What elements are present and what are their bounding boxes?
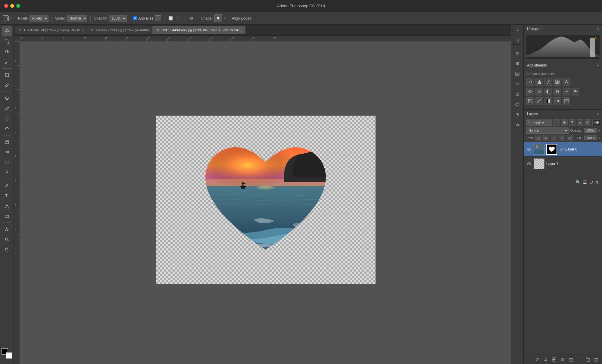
histogram-header[interactable]: Histogram ≡ (524, 25, 602, 33)
mid-panel-adjustments[interactable] (513, 59, 522, 68)
adj-levels-icon[interactable] (535, 78, 543, 86)
traffic-lights[interactable] (4, 4, 20, 8)
tab-close-dscf5449[interactable]: ✕ (155, 28, 160, 32)
histogram-menu-icon[interactable]: ≡ (597, 27, 599, 31)
adj-brightness-icon[interactable] (526, 78, 534, 86)
tool-pen[interactable] (2, 181, 12, 190)
tab-close-dscf5045[interactable]: ✕ (18, 28, 22, 32)
tab-close-cord[interactable]: ✕ (90, 28, 95, 32)
canvas-container[interactable]: -5 0 5 10 15 20 25 30 35 (14, 36, 511, 364)
layer-link-btn[interactable] (534, 356, 541, 363)
opacity-select[interactable]: 100% (109, 15, 127, 22)
layers-menu-icon[interactable]: ≡ (597, 112, 599, 116)
tool-hand[interactable] (2, 224, 12, 234)
fill-value[interactable]: 100% (584, 135, 597, 140)
workspace-icon[interactable]: ⬡ (589, 180, 593, 185)
layer-mask-btn[interactable] (551, 356, 557, 363)
maximize-button[interactable] (16, 4, 20, 8)
tool-move[interactable] (2, 26, 12, 36)
adj-channelmix-icon[interactable] (563, 88, 570, 95)
tool-blur[interactable] (2, 157, 12, 167)
layers-filter-box[interactable]: Kind (526, 120, 552, 126)
filter-smart-icon[interactable] (585, 119, 591, 126)
filter-adjust-icon[interactable] (561, 119, 568, 126)
tab-cord[interactable]: ✕ cord-2727238.jpg @ 25% (RGB/8#) (87, 26, 152, 34)
tool-marquee[interactable] (2, 37, 12, 46)
layer-group-btn[interactable] (568, 356, 574, 363)
lock-artboard-btn[interactable] (559, 135, 565, 141)
filter-pixel-icon[interactable] (553, 119, 560, 126)
layer-item-1[interactable]: Layer 1 (524, 157, 602, 171)
mid-panel-layers[interactable] (513, 69, 522, 78)
adj-gradmap-icon[interactable] (554, 97, 561, 105)
adj-selective-icon[interactable] (563, 97, 570, 105)
layer-adj-btn[interactable] (559, 356, 566, 363)
lock-image-btn[interactable] (543, 135, 549, 141)
adj-bw-icon[interactable] (544, 88, 552, 95)
antialias-checkbox[interactable] (133, 16, 137, 20)
filter-type-icon[interactable]: T (569, 119, 575, 126)
minimize-button[interactable] (10, 4, 14, 8)
expand-icon[interactable]: ⇕ (595, 180, 599, 185)
distribute-icon[interactable]: ⬛ (175, 15, 182, 22)
filter-toggle-icon[interactable] (592, 119, 600, 126)
layers-mode-select[interactable]: Normal (526, 127, 569, 134)
tab-dscf5449[interactable]: ✕ DSCF5449-Pano.jpg @ 33,3% (Layer 0, La… (152, 26, 245, 34)
layer-item-0[interactable]: 🔗 Layer 0 (524, 142, 602, 157)
lock-position-btn[interactable] (551, 135, 557, 141)
adj-colorlookup-icon[interactable] (572, 88, 579, 95)
tool-crop[interactable] (2, 70, 12, 80)
tool-path-selection[interactable] (2, 201, 12, 211)
mid-panel-properties[interactable] (513, 49, 522, 58)
gear-icon[interactable]: ⚙ (188, 15, 195, 22)
tool-dodge[interactable] (2, 168, 12, 177)
antialias-label[interactable]: Anti-alias (133, 16, 153, 20)
adjustments-header[interactable]: Adjustments ≡ (524, 61, 602, 70)
panel-close-button[interactable]: ✕ (513, 26, 522, 35)
panel-expand-button[interactable]: ⟨⟩ (513, 36, 522, 45)
mid-panel-info[interactable]: i (513, 90, 522, 99)
align-left-icon[interactable]: ⬜ (167, 15, 174, 22)
panel-toggle-icon[interactable]: ☰ (583, 180, 587, 185)
mid-panel-channels[interactable] (513, 79, 522, 89)
close-button[interactable] (4, 4, 8, 8)
tab-dscf5045[interactable]: ✕ DSCF5045.tif @ 25% (Layer 4, RGB/16) (15, 26, 87, 34)
tool-healing[interactable] (2, 93, 12, 103)
background-color[interactable] (6, 352, 12, 359)
tool-brush[interactable] (2, 104, 12, 113)
mode-select[interactable]: Normal (67, 15, 87, 22)
shape-picker[interactable]: ♥ (214, 14, 222, 22)
adj-photofilter-icon[interactable] (554, 88, 561, 95)
layer-0-visibility[interactable] (526, 147, 532, 152)
layer-new-btn[interactable] (585, 356, 591, 363)
layers-panel-header[interactable]: Layers ≡ (524, 110, 602, 118)
checkbox-extra[interactable] (155, 15, 161, 21)
layer-fx-btn[interactable]: fx (542, 356, 549, 363)
tool-clone-stamp[interactable] (2, 114, 12, 123)
tool-rotate-view[interactable] (2, 245, 12, 254)
adj-huesat-icon[interactable] (526, 88, 534, 95)
adj-posterize-icon[interactable] (535, 97, 543, 105)
mid-panel-extra[interactable] (513, 120, 522, 129)
layer-delete-btn[interactable] (593, 356, 600, 363)
tool-magic-wand[interactable] (2, 57, 12, 67)
lock-transparent-btn[interactable] (535, 135, 541, 141)
layers-kind-select[interactable]: Kind (532, 120, 545, 125)
fg-bg-colors[interactable] (2, 348, 12, 359)
search-icon[interactable]: 🔍 (575, 180, 581, 185)
adj-curves-icon[interactable] (544, 78, 552, 86)
adj-exposure-icon[interactable] (554, 78, 561, 86)
tool-eraser[interactable] (2, 137, 12, 147)
tool-type[interactable]: T (2, 191, 12, 201)
mid-panel-navigator[interactable] (513, 100, 522, 109)
adj-vibrance-icon[interactable] (563, 78, 570, 86)
mid-panel-color[interactable] (513, 110, 522, 119)
adj-invert-icon[interactable] (526, 97, 534, 105)
tool-lasso[interactable] (2, 47, 12, 57)
tool-eyedropper[interactable] (2, 80, 12, 90)
adj-colorbal-icon[interactable] (535, 88, 543, 95)
adjustments-menu-icon[interactable]: ≡ (597, 64, 599, 67)
adj-threshold-icon[interactable] (544, 97, 552, 105)
layer-smart-btn[interactable] (576, 356, 583, 363)
lock-all-btn[interactable] (567, 135, 573, 141)
